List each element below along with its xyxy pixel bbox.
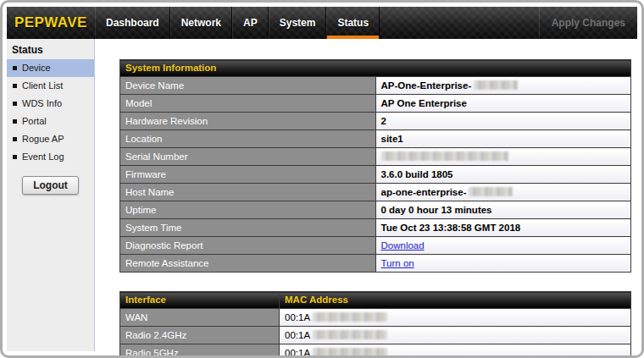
row-label: Remote Assistance (120, 255, 376, 273)
row-value: 0 day 0 hour 13 minutes (375, 201, 631, 219)
sidebar: Status DeviceClient ListWDS InfoPortalRo… (7, 39, 95, 351)
mac-address-value: 00:1A (280, 344, 631, 358)
redacted-blur (474, 80, 518, 90)
main-nav: DashboardNetworkAPSystemStatus (95, 7, 380, 39)
row-value: site1 (375, 130, 631, 148)
interface-label: Radio 5GHz (120, 344, 280, 358)
table-row: Device NameAP-One-Enterprise- (120, 77, 631, 95)
sidebar-item-rogue-ap[interactable]: Rogue AP (7, 130, 94, 148)
sidebar-item-event-log[interactable]: Event Log (7, 148, 94, 166)
row-value: ap-one-enterprise- (375, 184, 631, 201)
row-value: Download (375, 237, 631, 255)
value-text: 00:1A (285, 312, 310, 322)
row-label: Host Name (120, 184, 376, 201)
mac-address-column-header: MAC Address (280, 292, 631, 309)
redacted-blur (313, 348, 387, 357)
sidebar-item-wds-info[interactable]: WDS Info (7, 95, 94, 113)
sidebar-item-label: Rogue AP (22, 134, 64, 145)
system-information-table: System Information Device NameAP-One-Ent… (119, 59, 631, 273)
table-row: System TimeTue Oct 23 13:38:58 GMT 2018 (120, 219, 631, 237)
value-text: 00:1A (285, 330, 310, 340)
redacted-blur (313, 312, 387, 322)
tab-ap[interactable]: AP (232, 7, 269, 39)
mac-address-value: 00:1A (280, 309, 631, 327)
system-information-title: System Information (120, 60, 631, 77)
tab-status[interactable]: Status (326, 7, 380, 39)
bullet-icon (13, 102, 17, 106)
row-label: Diagnostic Report (120, 237, 376, 255)
table-row: ModelAP One Enterprise (120, 95, 631, 113)
row-label: Device Name (120, 77, 376, 95)
bullet-icon (13, 137, 17, 141)
sidebar-item-label: Event Log (22, 151, 64, 162)
sidebar-item-portal[interactable]: Portal (7, 113, 94, 130)
value-text: site1 (381, 134, 403, 144)
row-value: 3.6.0 build 1805 (375, 166, 631, 184)
sidebar-item-device[interactable]: Device (7, 59, 94, 77)
row-label: Uptime (120, 201, 376, 219)
value-text: Tue Oct 23 13:38:58 GMT 2018 (381, 223, 521, 233)
row-label: Hardware Revision (120, 113, 376, 130)
bullet-icon (13, 66, 17, 70)
sidebar-item-label: WDS Info (22, 98, 62, 109)
row-value: Turn on (375, 255, 631, 273)
value-text: 2 (381, 116, 386, 126)
row-value: Tue Oct 23 13:38:58 GMT 2018 (375, 219, 631, 237)
row-value: AP-One-Enterprise- (375, 77, 631, 95)
value-text: ap-one-enterprise- (381, 187, 467, 197)
value-text: 0 day 0 hour 13 minutes (381, 205, 492, 215)
interface-label: Radio 2.4GHz (120, 327, 280, 344)
row-label: Model (120, 95, 376, 113)
table-row: Uptime0 day 0 hour 13 minutes (120, 201, 631, 219)
admin-app: PEPWAVE DashboardNetworkAPSystemStatus A… (7, 7, 637, 351)
table-row: Firmware3.6.0 build 1805 (120, 166, 631, 184)
sidebar-title: Status (7, 39, 94, 59)
table-row: Radio 5GHz00:1A (120, 344, 631, 358)
bullet-icon (13, 155, 17, 159)
mac-address-value: 00:1A (280, 327, 631, 344)
logout-button[interactable]: Logout (22, 176, 79, 195)
tab-dashboard[interactable]: Dashboard (95, 7, 170, 39)
interface-label: WAN (120, 309, 280, 327)
row-value: AP One Enterprise (375, 95, 631, 113)
tab-network[interactable]: Network (170, 7, 232, 39)
sidebar-item-label: Device (22, 63, 51, 74)
row-label: Firmware (120, 166, 376, 184)
turn-on-link[interactable]: Turn on (381, 258, 414, 268)
pepwave-logo: PEPWAVE (7, 7, 95, 39)
table-row: Diagnostic ReportDownload (120, 237, 631, 255)
row-label: Location (120, 130, 376, 148)
redacted-blur (313, 330, 387, 339)
value-text: AP One Enterprise (381, 98, 467, 108)
table-row: Locationsite1 (120, 130, 631, 148)
top-navigation-bar: PEPWAVE DashboardNetworkAPSystemStatus A… (7, 7, 637, 39)
row-value (375, 148, 631, 166)
sidebar-item-label: Portal (22, 116, 47, 127)
screenshot-frame: PEPWAVE DashboardNetworkAPSystemStatus A… (0, 0, 644, 358)
table-row: Remote AssistanceTurn on (120, 255, 631, 273)
main-content: System Information Device NameAP-One-Ent… (95, 39, 637, 351)
download-link[interactable]: Download (381, 240, 425, 251)
sidebar-item-client-list[interactable]: Client List (7, 77, 94, 95)
value-text: 00:1A (285, 348, 310, 358)
value-text: 3.6.0 build 1805 (381, 169, 453, 179)
bullet-icon (13, 84, 17, 88)
interface-column-header: Interface (120, 292, 280, 309)
page-body: Status DeviceClient ListWDS InfoPortalRo… (7, 39, 637, 351)
value-text: AP-One-Enterprise- (381, 80, 472, 91)
row-value: 2 (375, 113, 631, 130)
sidebar-menu: DeviceClient ListWDS InfoPortalRogue APE… (7, 59, 94, 166)
row-label: Serial Number (120, 148, 376, 166)
table-row: Host Nameap-one-enterprise- (120, 184, 631, 201)
bullet-icon (13, 119, 17, 124)
sidebar-item-label: Client List (22, 80, 63, 91)
interface-mac-table: Interface MAC Address WAN00:1ARadio 2.4G… (119, 291, 631, 358)
redacted-blur (381, 151, 508, 161)
tab-system[interactable]: System (269, 7, 327, 39)
row-label: System Time (120, 219, 376, 237)
table-row: Radio 2.4GHz00:1A (120, 327, 631, 344)
redacted-blur (469, 187, 513, 196)
table-row: Hardware Revision2 (120, 113, 631, 130)
apply-changes-button[interactable]: Apply Changes (539, 7, 637, 39)
table-row: Serial Number (120, 148, 631, 166)
